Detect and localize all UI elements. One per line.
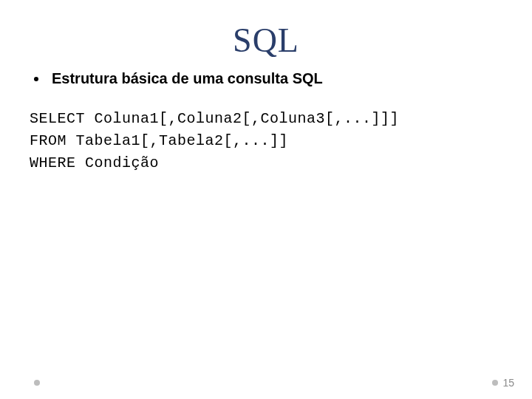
footer-dot-icon [492, 380, 498, 386]
code-line-1: SELECT Coluna1[,Coluna2[,Coluna3[,...]]] [30, 110, 399, 127]
bullet-item: Estrutura básica de uma consulta SQL [30, 70, 502, 87]
code-line-3: WHERE Condição [30, 154, 159, 171]
page-number: 15 [502, 377, 514, 389]
footer-left-dot-icon [34, 380, 40, 386]
slide: SQL Estrutura básica de uma consulta SQL… [0, 0, 532, 399]
code-line-2: FROM Tabela1[,Tabela2[,...]] [30, 132, 288, 149]
slide-body: Estrutura básica de uma consulta SQL SEL… [0, 60, 532, 174]
bullet-icon [34, 77, 38, 81]
slide-title: SQL [0, 0, 532, 60]
footer: 15 [492, 377, 514, 389]
bullet-text: Estrutura básica de uma consulta SQL [52, 70, 323, 87]
code-block: SELECT Coluna1[,Coluna2[,Coluna3[,...]]]… [30, 108, 502, 174]
